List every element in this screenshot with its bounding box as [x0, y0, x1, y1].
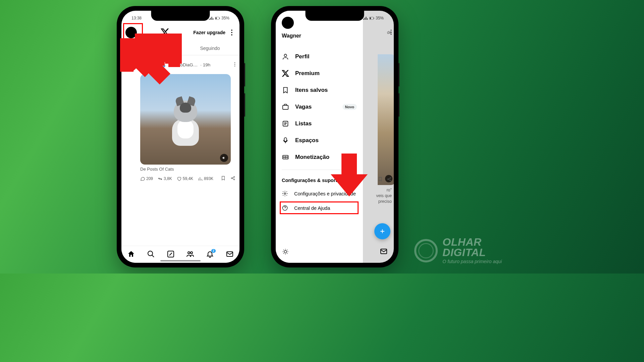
watermark-line2: DIGITAL	[442, 246, 486, 258]
home-indicator	[160, 260, 201, 261]
menu-label: Espaços	[295, 137, 319, 144]
svg-point-35	[390, 32, 391, 33]
views-button[interactable]: 893K	[198, 176, 213, 181]
menu-label: Vagas	[295, 104, 312, 110]
backdrop-media-fragment	[378, 54, 394, 185]
backdrop-share-icon	[387, 177, 392, 182]
menu-label: Central de Ajuda	[294, 205, 330, 211]
more-menu-icon[interactable]	[228, 29, 235, 36]
nav-grok-icon[interactable]	[167, 250, 175, 259]
svg-point-33	[284, 250, 286, 253]
svg-rect-2	[219, 17, 220, 19]
tab-for-you[interactable]: P	[121, 42, 180, 55]
menu-item-profile[interactable]: Perfil	[282, 48, 357, 65]
phone-notch	[151, 11, 210, 21]
menu-item-spaces[interactable]: Espaços	[282, 132, 357, 149]
menu-item-lists[interactable]: Listas	[282, 115, 357, 132]
battery-icon	[215, 16, 220, 20]
post-caption: De Posts Of Cats	[140, 167, 235, 172]
svg-point-31	[284, 193, 286, 194]
status-battery: 35%	[221, 16, 229, 20]
x-logo-icon[interactable]	[140, 28, 191, 37]
navigation-drawer: Wagner Perfil Premium Itens salvos	[276, 11, 363, 263]
menu-item-monetization[interactable]: Monetização	[282, 149, 357, 166]
watermark: OLHAR DIGITAL O futuro passa primeiro aq…	[414, 237, 502, 264]
menu-item-jobs[interactable]: Vagas Novo	[282, 99, 357, 115]
drawer-profile-name[interactable]: Wagner	[282, 33, 357, 39]
menu-item-settings-privacy[interactable]: Configurações e privacidade	[282, 186, 357, 201]
svg-point-15	[191, 252, 193, 254]
new-badge: Novo	[342, 104, 357, 110]
menu-label: Monetização	[295, 154, 329, 161]
backdrop-bookmark-icon	[378, 177, 383, 182]
svg-point-5	[231, 34, 232, 36]
post-actions: 209 3,8K 59,4K 893K	[140, 176, 235, 182]
svg-point-6	[234, 62, 235, 63]
svg-point-14	[188, 252, 190, 254]
post-avatar[interactable]	[125, 59, 138, 71]
phone-2-frame: 13:38 35% Wagner Perfil	[271, 6, 398, 267]
watermark-tagline: O futuro passa primeiro aqui	[442, 259, 502, 264]
retweet-button[interactable]: 3,8K	[158, 176, 172, 181]
backdrop-more-icon	[390, 29, 392, 35]
tab-following[interactable]: Seguindo	[180, 42, 239, 55]
svg-point-36	[390, 34, 391, 35]
section-label: Configurações & suporte	[282, 178, 340, 183]
menu-item-help-center[interactable]: Central de Ajuda	[282, 201, 357, 215]
share-button[interactable]	[230, 176, 235, 182]
nav-communities-icon[interactable]	[186, 250, 194, 259]
nav-messages-icon[interactable]	[226, 250, 234, 259]
svg-point-30	[285, 157, 286, 158]
svg-point-8	[234, 65, 235, 66]
menu-item-premium[interactable]: Premium	[282, 65, 357, 82]
svg-point-34	[390, 29, 391, 31]
like-button[interactable]: 59,4K	[177, 176, 193, 181]
svg-rect-27	[283, 105, 288, 109]
divider	[282, 170, 357, 170]
bookmark-button[interactable]	[221, 176, 226, 182]
drawer-backdrop[interactable]: de · 19h ro" veis que preciso	[363, 11, 394, 263]
theme-toggle-icon[interactable]	[282, 248, 289, 257]
sound-toggle-icon[interactable]	[220, 154, 228, 162]
post-time: · 19h	[200, 62, 210, 67]
status-time: 13:38	[131, 16, 142, 20]
watermark-logo-icon	[414, 239, 438, 262]
menu-item-bookmarks[interactable]: Itens salvos	[282, 82, 357, 99]
settings-support-header[interactable]: Configurações & suporte	[282, 174, 357, 186]
svg-rect-1	[215, 17, 217, 19]
reply-button[interactable]: 209	[140, 176, 153, 181]
post-more-icon[interactable]	[234, 62, 235, 68]
nav-home-icon[interactable]	[127, 250, 135, 259]
drawer-avatar[interactable]	[282, 17, 294, 29]
backdrop-text: veis que	[376, 193, 392, 198]
menu-label: Premium	[295, 70, 320, 77]
notification-badge: 2	[211, 249, 216, 253]
post-author-handle[interactable]: @TodoDiaG…	[168, 62, 198, 67]
backdrop-text: ro"	[386, 188, 392, 192]
phone-1-frame: 13:38 35% Fazer upgrade P Seg	[117, 6, 244, 267]
svg-point-3	[231, 29, 232, 31]
backdrop-text: preciso	[378, 199, 392, 204]
svg-point-26	[284, 54, 286, 57]
phone-notch	[306, 11, 364, 21]
compose-fab[interactable]	[374, 223, 390, 239]
post-author-name[interactable]: To inhos 🐾	[140, 62, 166, 67]
post-media[interactable]	[140, 74, 231, 165]
menu-label: Perfil	[295, 53, 310, 60]
svg-point-7	[234, 64, 235, 65]
post-header[interactable]: To inhos 🐾 @TodoDiaG… · 19h	[125, 59, 235, 71]
chevron-up-icon	[352, 177, 357, 183]
menu-label: Itens salvos	[295, 87, 328, 94]
svg-point-4	[231, 32, 232, 33]
profile-avatar[interactable]	[125, 27, 137, 38]
nav-search-icon[interactable]	[147, 250, 155, 259]
menu-label: Configurações e privacidade	[294, 191, 356, 196]
nav-notifications-icon[interactable]: 2	[206, 250, 214, 259]
menu-label: Listas	[295, 120, 312, 127]
svg-point-12	[148, 251, 153, 256]
upgrade-button[interactable]: Fazer upgrade	[193, 30, 225, 35]
backdrop-messages-icon	[380, 247, 388, 257]
